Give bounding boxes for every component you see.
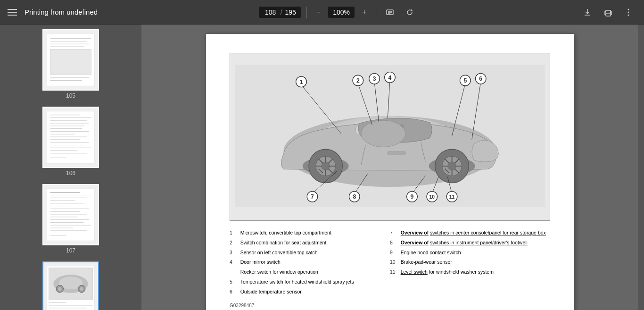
caption-num-9: 9 [390, 248, 401, 258]
caption-text-4b: Rocker switch for window operation [240, 268, 390, 277]
thumbnail-107[interactable]: 107 [42, 184, 99, 254]
svg-text:4: 4 [388, 75, 392, 81]
menu-icon[interactable] [8, 9, 17, 16]
caption-text-2: Switch combination for seat adjustment [240, 238, 390, 248]
caption-text-3: Sensor on left convertible top catch [240, 248, 390, 258]
svg-point-109 [361, 120, 405, 147]
thumb-frame-107[interactable] [42, 184, 99, 245]
svg-text:3: 3 [373, 75, 376, 82]
right-scrollbar[interactable] [638, 25, 644, 310]
thumb-frame-106[interactable] [42, 107, 99, 168]
thumb-label-105: 105 [66, 92, 75, 99]
divider-1 [306, 7, 307, 18]
pdf-page: 1 2 3 4 5 [206, 34, 574, 310]
svg-point-61 [58, 287, 62, 291]
caption-row-6: 6 Outside temperature sensor [230, 287, 550, 297]
download-button[interactable] [579, 5, 596, 20]
caption-num-1: 1 [230, 228, 240, 238]
thumbnail-108[interactable]: 108 [42, 261, 99, 310]
svg-text:2: 2 [356, 77, 360, 84]
thumbnail-106[interactable]: 106 [42, 107, 99, 176]
page-separator: / [281, 8, 282, 16]
caption-num-2: 2 [230, 238, 240, 248]
svg-point-5 [610, 12, 611, 13]
thumbnail-sidebar[interactable]: 105 [0, 25, 141, 310]
caption-num-3: 3 [230, 248, 240, 258]
svg-rect-4 [606, 13, 611, 16]
svg-text:7: 7 [311, 193, 314, 200]
svg-text:1: 1 [300, 79, 303, 85]
svg-point-6 [628, 8, 629, 10]
caption-num-7: 7 [390, 228, 401, 238]
toolbar-right [579, 5, 636, 20]
caption-text-4: Door mirror switch [240, 258, 390, 268]
zoom-level: 100% [328, 7, 355, 18]
caption-text-1: Microswitch, convertible top compartment [240, 228, 390, 238]
svg-text:9: 9 [411, 193, 414, 200]
zoom-in-button[interactable]: + [358, 5, 370, 19]
fit-page-button[interactable] [382, 5, 398, 19]
caption-num-11: 11 [390, 268, 401, 277]
thumb-frame-105[interactable] [42, 29, 99, 91]
caption-text-11: Level switch for windshield washer syste… [401, 268, 550, 277]
caption-num-4: 4 [230, 258, 240, 268]
more-options-button[interactable] [620, 5, 636, 19]
caption-row-4b: Rocker switch for window operation 11 Le… [230, 268, 550, 277]
thumb-label-107: 107 [66, 247, 75, 254]
svg-point-62 [80, 287, 83, 291]
caption-row-3: 3 Sensor on left convertible top catch 9… [230, 248, 550, 258]
caption-text-10: Brake-pad-wear sensor [401, 258, 550, 268]
thumb-frame-108[interactable] [42, 261, 99, 310]
caption-num-5: 5 [230, 277, 240, 287]
caption-row-2: 2 Switch combination for seat adjustment… [230, 238, 550, 248]
svg-rect-15 [50, 50, 91, 75]
svg-text:6: 6 [479, 75, 482, 82]
svg-rect-108 [388, 151, 405, 155]
zoom-out-button[interactable]: − [313, 5, 324, 19]
caption-text-9: Engine hood contact switch [401, 248, 550, 258]
caption-table: 1 Microswitch, convertible top compartme… [230, 228, 550, 297]
caption-text-8: Overview of switches in instrument panel… [401, 238, 550, 248]
figure-id: G03298487 [230, 302, 550, 309]
current-page-input[interactable] [264, 8, 278, 16]
rotate-button[interactable] [402, 5, 418, 19]
caption-text-6: Outside temperature sensor [240, 287, 390, 297]
svg-point-8 [628, 14, 629, 16]
toolbar-left: Printing from undefined [8, 8, 98, 16]
caption-row-4: 4 Door mirror switch 10 Brake-pad-wear s… [230, 258, 550, 268]
caption-row-1: 1 Microswitch, convertible top compartme… [230, 228, 550, 238]
caption-text-7: Overview of switches in center console/p… [401, 228, 550, 238]
caption-num-10: 10 [390, 258, 401, 268]
svg-text:11: 11 [449, 194, 455, 200]
svg-text:5: 5 [463, 77, 467, 84]
caption-num-4b [230, 268, 240, 277]
svg-text:10: 10 [429, 194, 435, 200]
toolbar-center: / 195 − 100% + [98, 5, 579, 19]
caption-num-6: 6 [230, 287, 240, 297]
svg-text:8: 8 [353, 193, 356, 200]
caption-num-8: 8 [390, 238, 401, 248]
divider-2 [376, 7, 376, 18]
svg-point-7 [628, 11, 629, 13]
page-input-group: / 195 [259, 7, 301, 18]
thumbnail-105[interactable]: 105 [42, 29, 99, 99]
toolbar-title: Printing from undefined [25, 8, 98, 16]
caption-row-5: 5 Temperature switch for heated windshie… [230, 277, 550, 287]
svg-rect-19 [47, 111, 95, 163]
print-button[interactable] [600, 5, 617, 20]
main-area: 105 [0, 25, 644, 310]
car-diagram-svg: 1 2 3 4 5 [235, 58, 545, 214]
total-pages: 195 [285, 8, 296, 16]
caption-text-5: Temperature switch for heated windshield… [240, 277, 390, 287]
thumb-label-106: 106 [66, 170, 75, 176]
svg-rect-37 [47, 189, 95, 241]
toolbar: Printing from undefined / 195 − 100% + [0, 0, 644, 25]
car-diagram: 1 2 3 4 5 [230, 53, 550, 221]
pdf-viewer[interactable]: 1 2 3 4 5 [141, 25, 638, 310]
